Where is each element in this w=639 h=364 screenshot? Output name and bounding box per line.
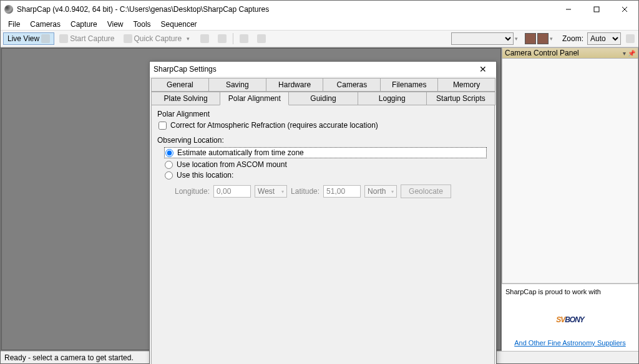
radio-estimate-label: Estimate automatically from time zone	[177, 148, 304, 157]
target-button[interactable]	[253, 33, 270, 44]
quick-capture-icon	[124, 34, 132, 43]
pause-button[interactable]	[214, 33, 230, 44]
tab-content: Polar Alignment Correct for Atmospheric …	[151, 105, 495, 364]
color-swatch-1[interactable]	[525, 33, 536, 44]
sponsor-logo[interactable]: SVBONY	[505, 304, 635, 327]
dialog-close-button[interactable]: ✕	[474, 64, 492, 74]
panel-title: Camera Control Panel	[505, 49, 579, 57]
stop-button[interactable]	[197, 33, 213, 44]
live-view-icon	[41, 34, 50, 43]
radio-estimate[interactable]	[165, 149, 173, 157]
radio-use-location[interactable]	[165, 171, 173, 180]
tab-guiding[interactable]: Guiding	[288, 92, 358, 105]
menu-sequencer[interactable]: Sequencer	[156, 19, 202, 30]
window-title: SharpCap (v4.0.9402, 64 bit) - C:\Users\…	[17, 5, 554, 14]
tab-polar-alignment[interactable]: Polar Alignment	[220, 92, 289, 105]
zoom-icon	[626, 34, 635, 43]
promo-tag: SharpCap is proud to work with	[505, 288, 635, 295]
longitude-input[interactable]	[213, 185, 251, 198]
promo-box: SharpCap is proud to work with SVBONY An…	[502, 284, 638, 351]
radio-ascom[interactable]	[165, 161, 173, 169]
latitude-dir-select[interactable]: North▾	[364, 185, 397, 198]
tab-plate-solving[interactable]: Plate Solving	[151, 92, 220, 105]
object-select[interactable]	[451, 32, 514, 45]
dialog-title: SharpCap Settings	[154, 65, 474, 74]
snap-icon	[240, 34, 248, 43]
app-icon	[4, 5, 13, 14]
pause-icon	[218, 34, 227, 43]
record-icon	[59, 34, 68, 43]
zoom-select[interactable]: Auto	[587, 32, 621, 45]
radio-ascom-label: Use location from ASCOM mount	[177, 160, 287, 169]
menu-cameras[interactable]: Cameras	[25, 19, 66, 30]
menu-tools[interactable]: Tools	[129, 19, 156, 30]
tab-logging[interactable]: Logging	[358, 92, 427, 105]
tab-general[interactable]: General	[151, 78, 209, 92]
refraction-label: Correct for Atmospheric Refraction (requ…	[170, 121, 378, 130]
suppliers-link[interactable]: And Other Fine Astronomy Suppliers	[514, 339, 626, 347]
tab-saving[interactable]: Saving	[208, 78, 266, 92]
close-button[interactable]	[610, 1, 638, 18]
longitude-label: Longitude:	[175, 187, 210, 196]
tab-filenames[interactable]: Filenames	[380, 78, 438, 92]
color-swatch-2[interactable]	[537, 33, 549, 44]
radio-use-location-label: Use this location:	[177, 171, 233, 180]
menubar: File Cameras Capture View Tools Sequence…	[1, 18, 638, 31]
zoom-label: Zoom:	[562, 34, 583, 43]
panel-header[interactable]: Camera Control Panel ▾ 📌	[502, 47, 638, 59]
camera-control-panel: Camera Control Panel ▾ 📌 SharpCap is pro…	[502, 47, 638, 351]
quick-capture-dropdown[interactable]: ▾	[187, 36, 195, 42]
latitude-input[interactable]	[323, 185, 361, 198]
menu-file[interactable]: File	[3, 19, 25, 30]
color-dropdown[interactable]: ▾	[550, 36, 559, 42]
titlebar: SharpCap (v4.0.9402, 64 bit) - C:\Users\…	[1, 1, 638, 18]
longitude-dir-select[interactable]: West▾	[255, 185, 287, 198]
polar-alignment-label: Polar Alignment	[157, 110, 489, 118]
panel-body	[502, 59, 638, 284]
menu-view[interactable]: View	[102, 19, 129, 30]
latitude-label: Latitude:	[291, 187, 320, 196]
start-capture-button[interactable]: Start Capture	[56, 33, 118, 44]
refraction-checkbox[interactable]	[159, 122, 167, 130]
svg-rect-1	[594, 7, 599, 12]
tab-cameras[interactable]: Cameras	[323, 78, 381, 92]
target-icon	[257, 34, 266, 43]
separator	[233, 33, 233, 44]
live-view-button[interactable]: Live View	[3, 32, 54, 45]
settings-dialog: SharpCap Settings ✕ General Saving Hardw…	[149, 61, 497, 364]
maximize-button[interactable]	[582, 1, 610, 18]
main-window: SharpCap (v4.0.9402, 64 bit) - C:\Users\…	[0, 0, 639, 364]
tab-rows: General Saving Hardware Cameras Filename…	[150, 77, 496, 105]
tab-memory[interactable]: Memory	[437, 78, 495, 92]
quick-capture-button[interactable]: Quick Capture	[120, 33, 186, 44]
zoom-tool-button[interactable]	[622, 33, 638, 44]
menu-capture[interactable]: Capture	[66, 19, 102, 30]
observing-location-label: Observing Location:	[157, 136, 489, 145]
geolocate-button[interactable]: Geolocate	[401, 184, 451, 198]
minimize-button[interactable]	[554, 1, 582, 18]
dialog-titlebar: SharpCap Settings ✕	[150, 62, 496, 77]
stop-icon	[200, 34, 209, 43]
toolbar: Live View Start Capture Quick Capture ▾ …	[1, 31, 638, 47]
snap-button[interactable]	[236, 33, 252, 44]
pin-icon[interactable]: ▾ 📌	[623, 50, 635, 57]
tab-startup-scripts[interactable]: Startup Scripts	[426, 92, 495, 105]
workarea: Camera Control Panel ▾ 📌 SharpCap is pro…	[1, 47, 638, 351]
object-dropdown[interactable]: ▾	[515, 36, 524, 42]
tab-hardware[interactable]: Hardware	[266, 78, 324, 92]
